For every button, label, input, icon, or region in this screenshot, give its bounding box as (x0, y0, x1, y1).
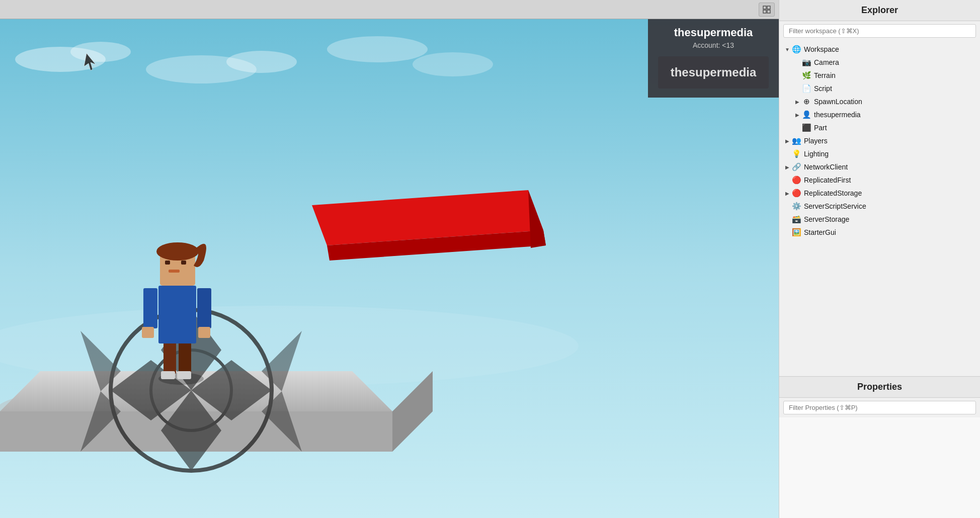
user-info-overlay: thesupermedia Account: <13 thesupermedia (648, 19, 779, 98)
tree-arrow-networkclient[interactable] (783, 163, 791, 171)
tree-item-networkclient[interactable]: 🔗NetworkClient (779, 160, 980, 174)
tree-label-replicatedfirst: ReplicatedFirst (804, 176, 851, 184)
tree-icon-camera: 📷 (801, 57, 811, 67)
svg-rect-3 (767, 10, 770, 13)
tree-icon-terrain: 🌿 (801, 70, 811, 80)
svg-rect-19 (164, 341, 176, 374)
overlay-username: thesupermedia (658, 26, 769, 39)
svg-rect-1 (767, 6, 770, 9)
properties-content (779, 417, 980, 518)
svg-rect-30 (165, 261, 170, 265)
tree-item-thesupermedia[interactable]: 👤thesupermedia (779, 108, 980, 121)
tree-arrow-spawnlocation[interactable] (793, 98, 801, 106)
tree-label-part: Part (814, 124, 827, 132)
explorer-filter-input[interactable] (789, 27, 970, 35)
tree-arrow-replicatedstorage[interactable] (783, 189, 791, 197)
tree-item-startergui[interactable]: 🖼️StarterGui (779, 226, 980, 239)
svg-rect-20 (179, 341, 191, 374)
tree-label-lighting: Lighting (804, 150, 829, 158)
viewport[interactable]: thesupermedia Account: <13 thesupermedia (0, 0, 779, 518)
tree-label-camera: Camera (814, 58, 839, 66)
svg-point-6 (70, 42, 131, 62)
tree-arrow-thesupermedia[interactable] (793, 111, 801, 119)
tree-label-networkclient: NetworkClient (804, 163, 848, 171)
svg-rect-23 (158, 286, 196, 343)
svg-point-9 (327, 36, 428, 62)
tree-item-replicatedfirst[interactable]: 🔴ReplicatedFirst (779, 174, 980, 187)
tree-label-serverstorage: ServerStorage (804, 215, 849, 223)
tree-item-serverstorage[interactable]: 🗃️ServerStorage (779, 213, 980, 226)
tree-icon-players: 👥 (791, 136, 801, 146)
tree-icon-script: 📄 (801, 83, 811, 94)
svg-rect-27 (198, 327, 210, 338)
tree-icon-thesupermedia: 👤 (801, 110, 811, 120)
tree-icon-replicatedstorage: 🔴 (791, 188, 801, 198)
tree-icon-lighting: 💡 (791, 149, 801, 159)
tree-label-players: Players (804, 137, 828, 145)
tree-label-replicatedstorage: ReplicatedStorage (804, 189, 862, 197)
tree-item-script[interactable]: 📄Script (779, 82, 980, 95)
tree-arrow-workspace[interactable] (783, 45, 791, 53)
tree-icon-part: ⬛ (801, 123, 811, 133)
tree-item-camera[interactable]: 📷Camera (779, 56, 980, 69)
svg-rect-31 (181, 261, 186, 265)
properties-filter-input[interactable] (789, 404, 970, 411)
explorer-filter-bar[interactable] (783, 24, 976, 38)
tree-icon-serverstorage: 🗃️ (791, 214, 801, 224)
svg-point-8 (226, 51, 297, 73)
tree-icon-workspace: 🌐 (791, 44, 801, 54)
svg-rect-21 (161, 371, 175, 379)
properties-filter-bar[interactable] (783, 401, 976, 414)
explorer-header: Explorer (779, 0, 980, 21)
tree-label-terrain: Terrain (814, 71, 836, 79)
tree-icon-networkclient: 🔗 (791, 162, 801, 172)
svg-rect-2 (763, 10, 766, 13)
tree-icon-replicatedfirst: 🔴 (791, 175, 801, 185)
tree-label-thesupermedia: thesupermedia (814, 111, 861, 119)
display-name: thesupermedia (670, 65, 757, 79)
properties-header: Properties (779, 377, 980, 398)
tree-icon-serverscriptservice: ⚙️ (791, 201, 801, 211)
toolbar-icon-button[interactable] (759, 3, 775, 17)
properties-panel: Properties (779, 376, 980, 518)
svg-rect-0 (763, 6, 766, 9)
svg-rect-32 (169, 270, 180, 273)
tree-item-terrain[interactable]: 🌿Terrain (779, 69, 980, 82)
tree-label-spawnlocation: SpawnLocation (814, 98, 862, 106)
user-display-card: thesupermedia (658, 56, 769, 89)
overlay-account: Account: <13 (658, 41, 769, 49)
tree-label-script: Script (814, 84, 832, 93)
right-panel: Explorer 🌐Workspace📷Camera🌿Terrain📄Scrip… (779, 0, 980, 518)
svg-rect-24 (143, 288, 157, 328)
tree-label-workspace: Workspace (804, 45, 839, 53)
tree-arrow-players[interactable] (783, 137, 791, 145)
svg-rect-26 (142, 327, 154, 338)
tree-label-startergui: StarterGui (804, 228, 836, 236)
top-toolbar (0, 0, 779, 19)
svg-point-10 (413, 52, 493, 76)
explorer-tree[interactable]: 🌐Workspace📷Camera🌿Terrain📄Script⊕SpawnLo… (779, 41, 980, 376)
tree-item-workspace[interactable]: 🌐Workspace (779, 43, 980, 56)
svg-rect-22 (177, 371, 191, 379)
svg-point-29 (156, 242, 199, 261)
tree-item-part[interactable]: ⬛Part (779, 121, 980, 134)
tree-item-replicatedstorage[interactable]: 🔴ReplicatedStorage (779, 187, 980, 200)
tree-item-spawnlocation[interactable]: ⊕SpawnLocation (779, 95, 980, 108)
tree-icon-spawnlocation: ⊕ (801, 97, 811, 107)
tree-item-serverscriptservice[interactable]: ⚙️ServerScriptService (779, 200, 980, 213)
tree-label-serverscriptservice: ServerScriptService (804, 202, 866, 210)
tree-item-players[interactable]: 👥Players (779, 134, 980, 147)
svg-rect-25 (197, 288, 211, 328)
tree-icon-startergui: 🖼️ (791, 227, 801, 237)
tree-item-lighting[interactable]: 💡Lighting (779, 147, 980, 160)
